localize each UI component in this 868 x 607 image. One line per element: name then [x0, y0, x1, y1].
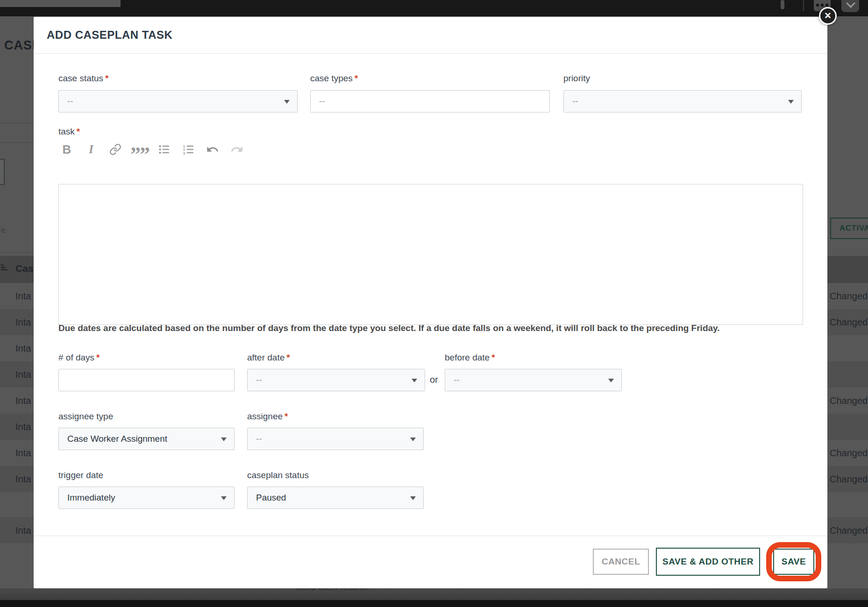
- priority-select[interactable]: --: [563, 90, 802, 113]
- assignee-label: assignee*: [247, 411, 288, 422]
- caret-down-icon: [788, 100, 794, 104]
- before-date-select[interactable]: --: [445, 369, 622, 391]
- trigger-date-value: Immediately: [67, 493, 115, 502]
- richtext-toolbar: B I ”” 1 2 3: [60, 142, 243, 157]
- assignee-type-select[interactable]: Case Worker Assignment: [58, 428, 235, 450]
- assignee-type-value: Case Worker Assignment: [67, 434, 167, 444]
- sort-icon: [1, 264, 7, 271]
- modal-title: ADD CASEPLAN TASK: [47, 28, 172, 42]
- cell-status: Changed: [830, 283, 868, 309]
- caret-down-icon: [221, 438, 227, 441]
- add-caseplan-task-modal: ADD CASEPLAN TASK case status* -- case t…: [34, 17, 827, 588]
- save-button[interactable]: SAVE: [773, 549, 814, 575]
- chevron-down-icon: [841, 0, 859, 12]
- task-label: task*: [58, 127, 80, 137]
- cell-case: Inta: [15, 283, 31, 309]
- cell-case: Inta: [15, 361, 31, 388]
- modal-footer: CANCEL SAVE & ADD OTHER SAVE: [34, 536, 827, 588]
- case-status-label: case status*: [58, 73, 109, 84]
- bold-icon[interactable]: B: [60, 142, 73, 156]
- divider: [0, 123, 34, 123]
- cell-case: Inta: [15, 440, 31, 466]
- caret-down-icon: [284, 100, 290, 104]
- trigger-date-label: trigger date: [58, 470, 103, 480]
- caret-down-icon: [410, 438, 416, 441]
- caret-down-icon: [412, 379, 417, 382]
- cell-case: Inta: [15, 414, 31, 440]
- after-date-value: --: [256, 375, 262, 385]
- caret-down-icon: [410, 496, 416, 500]
- required-asterisk: *: [77, 127, 80, 136]
- required-asterisk: *: [491, 353, 495, 362]
- required-asterisk: *: [96, 353, 100, 362]
- undo-icon[interactable]: [206, 142, 219, 156]
- num-days-input[interactable]: [58, 369, 235, 391]
- overlay-strip: [0, 588, 868, 600]
- num-days-label: # of days*: [58, 353, 100, 363]
- redo-icon[interactable]: [230, 142, 243, 156]
- table-header-label: Cas: [15, 263, 34, 274]
- notification-icon: [781, 0, 784, 9]
- blockquote-icon[interactable]: ””: [133, 142, 146, 156]
- assignee-type-label: assignee type: [58, 411, 113, 422]
- caseplan-status-label: caseplan status: [247, 470, 309, 480]
- priority-label: priority: [563, 73, 590, 84]
- numbered-list-icon[interactable]: 1 2 3: [182, 142, 195, 156]
- cell-status: Changed: [830, 309, 868, 335]
- background-search-hint: e: [1, 226, 6, 235]
- cell-case: Inta: [15, 517, 31, 543]
- assignee-select[interactable]: --: [247, 428, 424, 450]
- before-date-label: before date*: [445, 353, 495, 363]
- cell-status: Changed: [830, 388, 868, 414]
- activate-button: ACTIVA: [830, 218, 868, 239]
- before-date-value: --: [454, 375, 460, 385]
- navbar-left-strip: [0, 0, 121, 7]
- divider: [0, 142, 34, 143]
- case-status-select[interactable]: --: [58, 90, 298, 113]
- bottom-bar: [0, 600, 868, 607]
- bullet-list-icon[interactable]: [157, 142, 171, 156]
- caret-down-icon: [221, 496, 227, 500]
- cell-case: Inta: [15, 466, 31, 492]
- or-text: or: [430, 374, 438, 385]
- case-status-value: --: [67, 96, 73, 106]
- required-asterisk: *: [355, 73, 358, 83]
- cell-status: Changed: [830, 466, 868, 492]
- close-icon[interactable]: ✕: [819, 7, 837, 25]
- svg-text:3: 3: [183, 151, 185, 155]
- after-date-select[interactable]: --: [247, 369, 425, 391]
- caseplan-status-select[interactable]: Paused: [247, 487, 424, 509]
- cell-case: Inta: [15, 388, 31, 414]
- required-asterisk: *: [286, 353, 290, 362]
- assignee-value: --: [256, 434, 262, 444]
- after-date-label: after date*: [247, 353, 290, 363]
- case-types-value: --: [319, 96, 325, 106]
- cell-case: Inta: [15, 335, 31, 361]
- required-asterisk: *: [105, 73, 108, 83]
- cancel-button[interactable]: CANCEL: [593, 549, 649, 575]
- due-date-help-text: Due dates are calculated based on the nu…: [58, 323, 750, 333]
- link-icon[interactable]: [109, 142, 122, 156]
- background-button-fragment: [0, 159, 5, 185]
- cell-case: Inta: [15, 309, 31, 335]
- priority-value: --: [572, 96, 578, 106]
- cell-status: Changed: [830, 517, 868, 543]
- navbar-separator: [803, 0, 804, 11]
- cell-status: Changed: [830, 440, 868, 466]
- screen: CASE e ACTIVA Cas Inta Changed Inta Chan…: [0, 0, 868, 607]
- case-types-select[interactable]: --: [310, 90, 550, 113]
- divider: [0, 252, 34, 253]
- caret-down-icon: [608, 379, 614, 382]
- italic-icon[interactable]: I: [85, 142, 98, 156]
- top-navbar: [0, 0, 868, 16]
- modal-header: ADD CASEPLAN TASK: [34, 17, 827, 54]
- required-asterisk: *: [285, 411, 288, 421]
- caseplan-status-value: Paused: [256, 493, 286, 502]
- case-types-label: case types*: [310, 73, 358, 84]
- task-editor-textarea[interactable]: [58, 184, 803, 325]
- trigger-date-select[interactable]: Immediately: [58, 487, 235, 509]
- save-and-add-other-button[interactable]: SAVE & ADD OTHER: [656, 548, 760, 576]
